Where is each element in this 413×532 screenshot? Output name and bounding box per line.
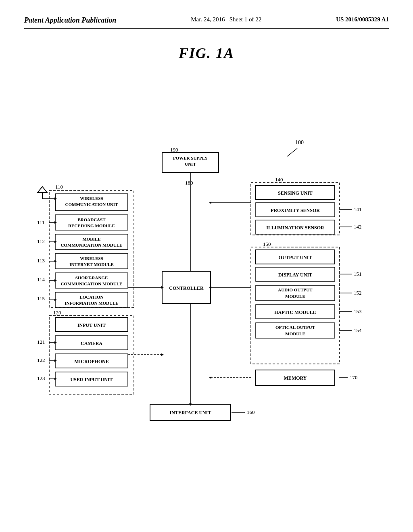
short-range-label2: COMMUNICATION MODULE [61, 281, 123, 286]
output-unit-label: OUTPUT UNIT [279, 255, 312, 260]
memory-label: MEMORY [284, 375, 307, 381]
label-160: 160 [247, 409, 255, 415]
location-label2: INFORMATION MODULE [65, 301, 118, 305]
label-141: 141 [354, 206, 362, 212]
label-114: 114 [37, 276, 45, 283]
label-190: 190 [170, 147, 178, 153]
page-header: Patent Application Publication Mar. 24, … [24, 16, 389, 29]
label-110: 110 [55, 184, 63, 190]
wireless-internet-label1: WIRELESS [80, 256, 103, 261]
power-supply-label2: UNIT [185, 162, 196, 166]
svg-marker-65 [209, 376, 211, 379]
label-142: 142 [354, 224, 362, 230]
wireless-comm-label2: COMMUNICATION UNIT [65, 202, 119, 207]
label-180: 180 [185, 180, 193, 186]
display-label: DISPLAY UNIT [278, 272, 312, 278]
label-140: 140 [275, 177, 283, 183]
svg-line-0 [287, 148, 297, 156]
label-111: 111 [37, 219, 45, 225]
sensing-unit-label: SENSING UNIT [278, 190, 313, 196]
mobile-label1: MOBILE [82, 237, 100, 241]
optical-label2: MODULE [285, 331, 305, 336]
controller-label: CONTROLLER [169, 285, 204, 291]
proximity-label: PROXIMITY SENSOR [271, 208, 320, 213]
mobile-label2: COMMUNICATION MODULE [61, 243, 123, 247]
svg-marker-49 [209, 202, 211, 204]
broadcast-label2: RECEIVING MODULE [68, 223, 115, 228]
page: Patent Application Publication Mar. 24, … [0, 0, 413, 532]
location-label1: LOCATION [79, 295, 103, 299]
label-153: 153 [354, 308, 362, 314]
header-right: US 2016/0085329 A1 [336, 16, 389, 23]
haptic-label: HAPTIC MODULE [274, 310, 316, 315]
label-154: 154 [354, 327, 362, 333]
diagram: 100 POWER SUPPLY UNIT 190 180 CONTROLLER… [25, 74, 388, 457]
label-121: 121 [37, 339, 45, 345]
wireless-comm-label1: WIRELESS [80, 196, 103, 201]
audio-label2: MODULE [285, 294, 305, 299]
interface-label: INTERFACE UNIT [170, 410, 211, 416]
wireless-internet-label2: INTERNET MODULE [69, 262, 114, 267]
input-unit-label: INPUT UNIT [77, 322, 106, 328]
broadcast-label1: BROADCAST [77, 217, 106, 222]
label-150: 150 [263, 241, 271, 247]
label-115: 115 [37, 295, 45, 301]
label-151: 151 [354, 271, 362, 277]
camera-label: CAMERA [81, 341, 102, 346]
microphone-label: MICROPHONE [74, 359, 108, 364]
label-123: 123 [37, 375, 45, 381]
label-122: 122 [37, 357, 45, 363]
optical-label1: OPTICAL OUTPUT [275, 325, 315, 330]
header-left: Patent Application Publication [24, 16, 116, 25]
label-152: 152 [354, 290, 362, 296]
audio-label1: AUDIO OUTPUT [278, 287, 313, 292]
label-113: 113 [37, 258, 45, 264]
user-input-label: USER INPUT UNIT [70, 377, 113, 382]
figure-title: FIG. 1A [24, 45, 389, 62]
label-170: 170 [350, 374, 358, 380]
svg-marker-41 [161, 353, 164, 356]
svg-marker-8 [38, 187, 47, 193]
label-120: 120 [53, 310, 61, 316]
short-range-label1: SHORT-RANGE [75, 275, 108, 280]
illumination-label: ILLUMINATION SENSOR [266, 225, 324, 231]
header-center: Mar. 24, 2016 Sheet 1 of 22 [191, 16, 261, 23]
power-supply-label: POWER SUPPLY [173, 156, 208, 160]
label-112: 112 [37, 238, 45, 244]
label-100: 100 [295, 139, 304, 145]
